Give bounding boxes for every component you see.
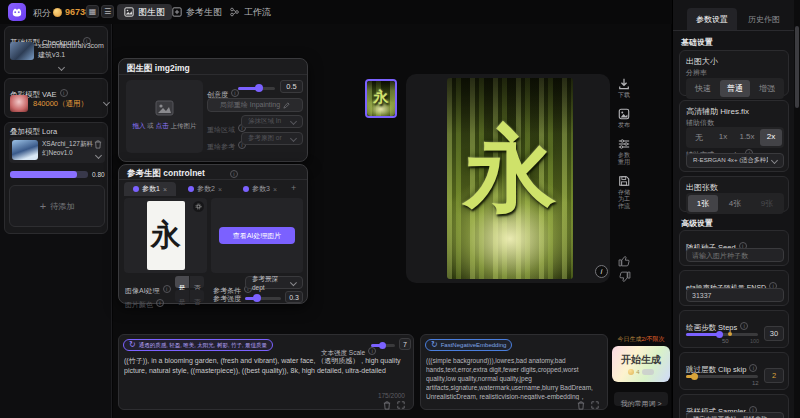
res-enhanced[interactable]: 增强 [752, 80, 782, 97]
scrollbar-track[interactable] [794, 0, 800, 418]
upscaler-select[interactable]: R-ESRGAN 4x+ (适合多种风 [686, 153, 784, 168]
clip-skip-slider[interactable] [686, 375, 758, 378]
reference-image-box[interactable]: 永 [124, 198, 207, 273]
tab-ref-generate[interactable]: 参考生图 [165, 4, 229, 20]
image-color-no[interactable]: 否 [190, 290, 204, 302]
checkpoint-name[interactable]: xsarchitecturalv3com建筑v3.1 [38, 41, 106, 59]
count-options: 1张 4张 9张 [686, 193, 784, 214]
clip-skip-value[interactable]: 2 [764, 368, 784, 383]
negative-embedding-tag[interactable]: ↻ FastNegativeEmbedding [425, 339, 512, 351]
publish-button[interactable]: 发布 [614, 108, 634, 129]
controlnet-tab-3[interactable]: 参数3 × [234, 182, 286, 196]
info-icon[interactable]: i [156, 299, 164, 307]
thumbs-up-icon[interactable] [618, 255, 631, 267]
condition-value: 参考景深 dept [252, 275, 287, 291]
info-icon[interactable]: i [163, 285, 171, 293]
cost-badge [642, 369, 654, 375]
upload-dropzone[interactable]: 拖入 或 点击 上传图片 [126, 80, 203, 153]
info-icon[interactable]: i [749, 364, 757, 372]
checkpoint-thumbnail[interactable] [10, 42, 34, 60]
close-icon[interactable]: × [273, 186, 277, 193]
view-ai-image-button[interactable]: 查看AI处理图片 [219, 227, 295, 244]
info-icon[interactable]: i [60, 89, 68, 97]
info-icon[interactable]: i [231, 89, 239, 97]
vae-name[interactable]: 840000（通用） [33, 99, 88, 109]
result-thumbnail[interactable]: 永 [365, 79, 397, 118]
lora-weight-slider[interactable] [10, 171, 88, 178]
tab-img2img[interactable]: 图生图 [117, 4, 172, 20]
generated-image[interactable]: 永 [447, 78, 573, 279]
res-fast[interactable]: 快速 [688, 80, 718, 97]
count-1[interactable]: 1张 [688, 195, 718, 212]
controlnet-tab-1[interactable]: 参数1 × [124, 182, 176, 196]
close-icon[interactable]: × [163, 186, 167, 193]
close-icon[interactable]: × [218, 186, 222, 193]
app-logo[interactable] [8, 3, 26, 21]
denoise-value[interactable]: 0.5 [280, 80, 303, 93]
chevron-down-icon[interactable] [58, 64, 65, 71]
controlnet-tab-2[interactable]: 参数2 × [179, 182, 231, 196]
strength-slider[interactable] [245, 297, 281, 300]
lora-item[interactable]: XSArchi_127新科幻Neov1.0 [9, 137, 105, 163]
res-normal[interactable]: 普通 [720, 80, 750, 97]
trash-icon[interactable] [577, 401, 585, 410]
refresh-icon[interactable]: ↻ [129, 340, 136, 350]
param-dot-icon [133, 186, 139, 192]
expand-icon[interactable] [591, 401, 599, 409]
chevron-down-icon[interactable] [95, 152, 102, 159]
info-icon[interactable]: i [740, 322, 748, 330]
refresh-icon[interactable]: ↻ [431, 340, 438, 350]
lora-thumbnail [12, 140, 38, 160]
positive-prompt-input[interactable]: ((竹子)), in a blooming garden, (fresh and… [124, 356, 410, 394]
info-icon[interactable]: i [368, 347, 376, 355]
tab-workflow[interactable]: 工作流 [222, 4, 278, 20]
add-tab-icon[interactable]: + [291, 183, 296, 193]
refmode-select[interactable]: 参考原图 or [241, 132, 303, 145]
scale-slider[interactable] [371, 344, 395, 347]
save-workflow-button[interactable]: 存储为工作流 [614, 175, 634, 210]
preview-card: 永 i [406, 74, 610, 283]
favorites-link[interactable]: 我的常用词 > [614, 392, 668, 406]
thumbs-down-icon[interactable] [618, 271, 631, 283]
sampler-select[interactable]: 稳定去噪画质好，是经典款 (DP [686, 412, 784, 418]
grid-view-icon[interactable]: ▦ [86, 5, 99, 18]
count-9[interactable]: 9张 [752, 195, 782, 212]
denoise-slider[interactable] [238, 87, 275, 90]
steps-card: 绘画步数 Stepsi 50 100 30 [679, 310, 789, 348]
scale-value[interactable]: 7 [399, 338, 411, 350]
tab-params[interactable]: 参数设置 [687, 8, 737, 30]
strength-value[interactable]: 0.3 [285, 291, 303, 303]
steps-value[interactable]: 30 [764, 326, 784, 341]
generate-button[interactable]: 开始生成 4 [612, 346, 670, 382]
reuse-params-button[interactable]: 参数重用 [614, 138, 634, 166]
tab-params-label: 参数设置 [696, 15, 728, 24]
positive-tag-label: 通透的质感, 轻盈, 唯美, 太阳光, 树影, 竹子, 最佳质量 [139, 342, 267, 349]
ai-process-yes[interactable]: 是 [175, 276, 189, 288]
gear-icon[interactable] [193, 201, 204, 212]
add-lora-button[interactable]: + 待添加 [9, 185, 105, 227]
trash-icon[interactable] [94, 140, 102, 149]
negative-prompt-input[interactable]: (((simple background))),lowres,bad anato… [426, 356, 604, 400]
vae-thumbnail[interactable] [10, 95, 28, 112]
save-workflow-label: 存储为工作流 [616, 189, 633, 210]
info-icon[interactable]: i [595, 265, 608, 278]
condition-select[interactable]: 参考景深 dept [245, 276, 303, 289]
steps-slider[interactable] [686, 333, 758, 336]
ai-process-no[interactable]: 否 [190, 276, 204, 288]
ensd-input[interactable] [686, 288, 784, 302]
tab-history[interactable]: 历史作图 [739, 8, 789, 30]
menu-icon[interactable]: ☰ [101, 5, 114, 18]
image-color-yes[interactable]: 是 [175, 290, 189, 302]
trash-icon[interactable] [383, 401, 391, 410]
count-4[interactable]: 4张 [720, 195, 750, 212]
seed-input[interactable] [686, 248, 784, 262]
chevron-down-icon[interactable] [103, 99, 110, 106]
mult-2x[interactable]: 2x [760, 129, 782, 146]
info-icon[interactable]: i [230, 170, 238, 178]
positive-style-tag[interactable]: ↻ 通透的质感, 轻盈, 唯美, 太阳光, 树影, 竹子, 最佳质量 [123, 339, 273, 351]
inpaint-button[interactable]: 局部重绘 Inpainting [207, 98, 303, 112]
region-select[interactable]: 涂抹区域 In [241, 115, 303, 128]
download-button[interactable]: 下载 [614, 78, 634, 99]
expand-icon[interactable] [397, 401, 405, 409]
scrollbar-thumb[interactable] [795, 26, 799, 108]
